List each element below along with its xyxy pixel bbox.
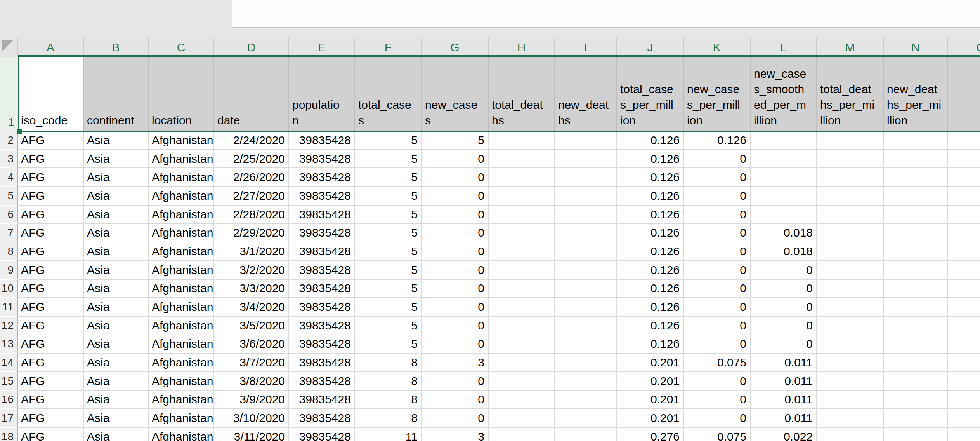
cell-H1[interactable]: total_deat hs: [489, 57, 555, 131]
cell-B4[interactable]: Asia: [84, 168, 149, 187]
cell-M10[interactable]: [817, 280, 884, 298]
column-header-A[interactable]: A: [18, 38, 84, 57]
cell-K16[interactable]: 0: [684, 391, 751, 410]
cell-I18[interactable]: [555, 428, 617, 441]
cell-N9[interactable]: [884, 261, 948, 280]
cell-K13[interactable]: 0: [684, 335, 751, 354]
cell-F14[interactable]: 8: [355, 354, 422, 372]
cell-L4[interactable]: [751, 168, 817, 187]
cell-C12[interactable]: Afghanistan: [149, 317, 214, 335]
cell-D2[interactable]: 2/24/2020: [214, 131, 289, 150]
cell-N12[interactable]: [884, 317, 948, 335]
cell-K1[interactable]: new_case s_per_mill ion: [684, 57, 751, 131]
cell-G12[interactable]: 0: [422, 317, 489, 335]
cell-O5[interactable]: [948, 187, 980, 206]
cell-L9[interactable]: 0: [751, 261, 817, 280]
cell-F18[interactable]: 11: [355, 428, 422, 441]
cell-B15[interactable]: Asia: [84, 372, 149, 391]
cell-K5[interactable]: 0: [684, 187, 751, 206]
row-header-11[interactable]: 11: [0, 298, 18, 317]
cell-D3[interactable]: 2/25/2020: [214, 150, 289, 169]
cell-E11[interactable]: 39835428: [289, 298, 355, 317]
cell-G17[interactable]: 0: [422, 409, 489, 428]
cell-O10[interactable]: [948, 280, 980, 298]
cell-B2[interactable]: Asia: [84, 131, 149, 150]
cell-O3[interactable]: [948, 150, 980, 169]
cell-I3[interactable]: [555, 150, 617, 169]
cell-F13[interactable]: 5: [355, 335, 422, 354]
cell-F8[interactable]: 5: [355, 242, 422, 261]
cell-M5[interactable]: [817, 187, 884, 206]
cell-D17[interactable]: 3/10/2020: [214, 409, 289, 428]
cell-L8[interactable]: 0.018: [751, 242, 817, 261]
cell-J4[interactable]: 0.126: [617, 168, 684, 187]
cell-A11[interactable]: AFG: [18, 298, 84, 317]
cell-L15[interactable]: 0.011: [751, 372, 817, 391]
row-header-7[interactable]: 7: [0, 224, 18, 242]
row-header-8[interactable]: 8: [0, 242, 18, 261]
cell-G15[interactable]: 0: [422, 372, 489, 391]
cell-C9[interactable]: Afghanistan: [149, 261, 214, 280]
cell-M11[interactable]: [817, 298, 884, 317]
column-header-G[interactable]: G: [422, 38, 489, 57]
cell-B5[interactable]: Asia: [84, 187, 149, 206]
cell-J13[interactable]: 0.126: [617, 335, 684, 354]
cell-N10[interactable]: [884, 280, 948, 298]
cell-H18[interactable]: [489, 428, 555, 441]
cell-D12[interactable]: 3/5/2020: [214, 317, 289, 335]
cell-K11[interactable]: 0: [684, 298, 751, 317]
cell-A1[interactable]: iso_code: [18, 57, 84, 131]
cell-O16[interactable]: [948, 391, 980, 410]
cell-F2[interactable]: 5: [355, 131, 422, 150]
cell-N4[interactable]: [884, 168, 948, 187]
cell-K8[interactable]: 0: [684, 242, 751, 261]
cell-J6[interactable]: 0.126: [617, 206, 684, 224]
cell-E4[interactable]: 39835428: [289, 168, 355, 187]
cell-N1[interactable]: new_deat hs_per_mi llion: [884, 57, 948, 131]
row-header-17[interactable]: 17: [0, 409, 18, 428]
cell-K18[interactable]: 0.075: [684, 428, 751, 441]
cell-A3[interactable]: AFG: [18, 150, 84, 169]
cell-L16[interactable]: 0.011: [751, 391, 817, 410]
cell-A2[interactable]: AFG: [18, 131, 84, 150]
column-header-J[interactable]: J: [617, 38, 684, 57]
cell-O8[interactable]: [948, 242, 980, 261]
cell-D4[interactable]: 2/26/2020: [214, 168, 289, 187]
cell-I16[interactable]: [555, 391, 617, 410]
fill-handle[interactable]: [17, 129, 22, 134]
row-header-5[interactable]: 5: [0, 187, 18, 206]
cell-B7[interactable]: Asia: [84, 224, 149, 242]
cell-C2[interactable]: Afghanistan: [149, 131, 214, 150]
cell-I1[interactable]: new_deat hs: [555, 57, 617, 131]
cell-D7[interactable]: 2/29/2020: [214, 224, 289, 242]
cell-B10[interactable]: Asia: [84, 280, 149, 298]
cell-E6[interactable]: 39835428: [289, 206, 355, 224]
cell-A15[interactable]: AFG: [18, 372, 84, 391]
cell-D13[interactable]: 3/6/2020: [214, 335, 289, 354]
row-header-18[interactable]: 18: [0, 428, 18, 441]
cell-L3[interactable]: [751, 150, 817, 169]
cell-J18[interactable]: 0.276: [617, 428, 684, 441]
formula-bar-input[interactable]: [232, 0, 980, 28]
cell-E7[interactable]: 39835428: [289, 224, 355, 242]
cell-L11[interactable]: 0: [751, 298, 817, 317]
cell-G4[interactable]: 0: [422, 168, 489, 187]
cell-J15[interactable]: 0.201: [617, 372, 684, 391]
cell-E12[interactable]: 39835428: [289, 317, 355, 335]
row-header-3[interactable]: 3: [0, 150, 18, 169]
cell-N2[interactable]: [884, 131, 948, 150]
cell-A13[interactable]: AFG: [18, 335, 84, 354]
cell-D6[interactable]: 2/28/2020: [214, 206, 289, 224]
cell-H7[interactable]: [489, 224, 555, 242]
cell-M12[interactable]: [817, 317, 884, 335]
cell-I11[interactable]: [555, 298, 617, 317]
cell-H12[interactable]: [489, 317, 555, 335]
cell-M18[interactable]: [817, 428, 884, 441]
cell-N3[interactable]: [884, 150, 948, 169]
cell-M16[interactable]: [817, 391, 884, 410]
cell-G18[interactable]: 3: [422, 428, 489, 441]
cell-O11[interactable]: [948, 298, 980, 317]
cell-D16[interactable]: 3/9/2020: [214, 391, 289, 410]
cell-O9[interactable]: [948, 261, 980, 280]
cell-B11[interactable]: Asia: [84, 298, 149, 317]
